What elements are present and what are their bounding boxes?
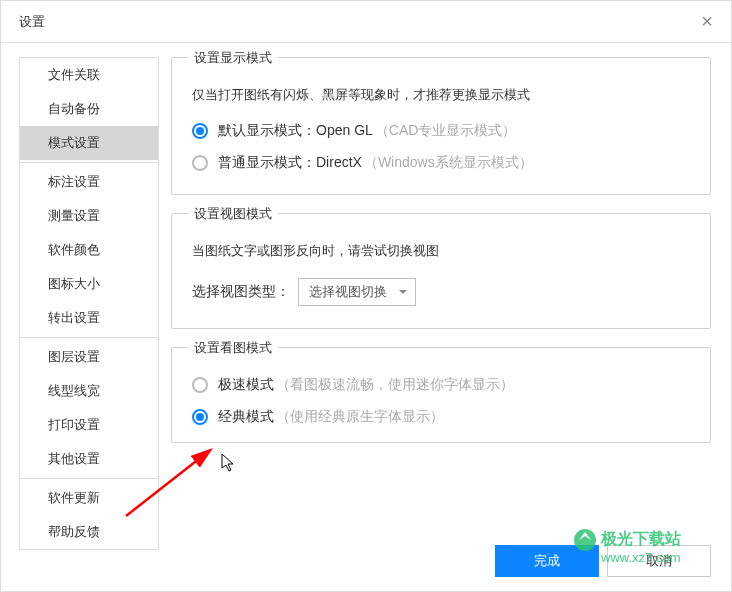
sidebar-item-measure[interactable]: 测量设置: [20, 199, 158, 233]
radio-hint: （CAD专业显示模式）: [375, 122, 517, 140]
group-title: 设置看图模式: [188, 339, 278, 357]
close-icon[interactable]: ×: [701, 10, 713, 33]
radio-icon: [192, 123, 208, 139]
radio-label: 普通显示模式：DirectX: [218, 154, 362, 172]
divider: [20, 162, 158, 163]
group-view-mode: 设置视图模式 当图纸文字或图形反向时，请尝试切换视图 选择视图类型： 选择视图切…: [171, 213, 711, 329]
view-type-select[interactable]: 选择视图切换: [298, 278, 416, 306]
view-desc: 当图纸文字或图形反向时，请尝试切换视图: [192, 242, 690, 260]
divider: [20, 337, 158, 338]
divider: [20, 478, 158, 479]
sidebar-item-export[interactable]: 转出设置: [20, 301, 158, 335]
content: 设置显示模式 仅当打开图纸有闪烁、黑屏等现象时，才推荐更换显示模式 默认显示模式…: [161, 43, 731, 523]
radio-hint: （看图极速流畅，使用迷你字体显示）: [276, 376, 514, 394]
radio-fast-mode[interactable]: 极速模式 （看图极速流畅，使用迷你字体显示）: [192, 376, 690, 394]
sidebar-item-layer[interactable]: 图层设置: [20, 340, 158, 374]
dialog-title: 设置: [19, 13, 701, 31]
sidebar-item-icon-size[interactable]: 图标大小: [20, 267, 158, 301]
sidebar-item-linetype[interactable]: 线型线宽: [20, 374, 158, 408]
sidebar-item-update[interactable]: 软件更新: [20, 481, 158, 515]
radio-directx[interactable]: 普通显示模式：DirectX （Windows系统显示模式）: [192, 154, 690, 172]
sidebar-item-mode-settings[interactable]: 模式设置: [20, 126, 158, 160]
group-title: 设置视图模式: [188, 205, 278, 223]
sidebar-item-feedback[interactable]: 帮助反馈: [20, 515, 158, 549]
sidebar-item-color[interactable]: 软件颜色: [20, 233, 158, 267]
radio-hint: （Windows系统显示模式）: [364, 154, 533, 172]
sidebar-item-annotation[interactable]: 标注设置: [20, 165, 158, 199]
sidebar-item-file-assoc[interactable]: 文件关联: [20, 58, 158, 92]
display-desc: 仅当打开图纸有闪烁、黑屏等现象时，才推荐更换显示模式: [192, 86, 690, 104]
watermark: 极光下载站 www.xz7.com: [571, 524, 721, 571]
sidebar-item-print[interactable]: 打印设置: [20, 408, 158, 442]
group-viewer-mode: 设置看图模式 极速模式 （看图极速流畅，使用迷你字体显示） 经典模式 （使用经典…: [171, 347, 711, 443]
svg-text:极光下载站: 极光下载站: [600, 530, 681, 547]
group-title: 设置显示模式: [188, 49, 278, 67]
radio-hint: （使用经典原生字体显示）: [276, 408, 444, 426]
sidebar-item-auto-backup[interactable]: 自动备份: [20, 92, 158, 126]
sidebar: 文件关联 自动备份 模式设置 标注设置 测量设置 软件颜色 图标大小 转出设置 …: [1, 43, 161, 523]
radio-icon: [192, 377, 208, 393]
radio-label: 极速模式: [218, 376, 274, 394]
radio-classic-mode[interactable]: 经典模式 （使用经典原生字体显示）: [192, 408, 690, 426]
radio-icon: [192, 155, 208, 171]
view-select-label: 选择视图类型：: [192, 283, 290, 301]
radio-icon: [192, 409, 208, 425]
radio-label: 经典模式: [218, 408, 274, 426]
svg-text:www.xz7.com: www.xz7.com: [600, 550, 680, 565]
radio-opengl[interactable]: 默认显示模式：Open GL （CAD专业显示模式）: [192, 122, 690, 140]
sidebar-item-other[interactable]: 其他设置: [20, 442, 158, 476]
radio-label: 默认显示模式：Open GL: [218, 122, 373, 140]
group-display-mode: 设置显示模式 仅当打开图纸有闪烁、黑屏等现象时，才推荐更换显示模式 默认显示模式…: [171, 57, 711, 195]
